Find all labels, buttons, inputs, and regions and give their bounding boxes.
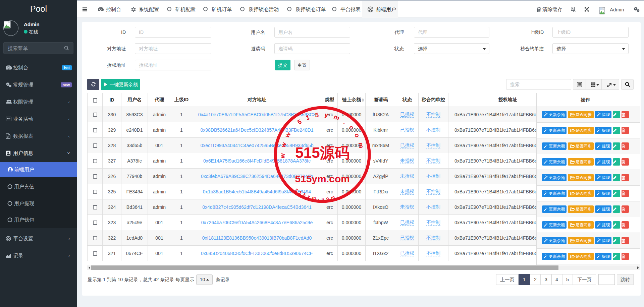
svg-text:515ym.com: 515ym.com: [295, 173, 350, 184]
svg-text:515ym.com: 515ym.com: [294, 187, 338, 201]
svg-text:515源码: 515源码: [295, 144, 349, 161]
